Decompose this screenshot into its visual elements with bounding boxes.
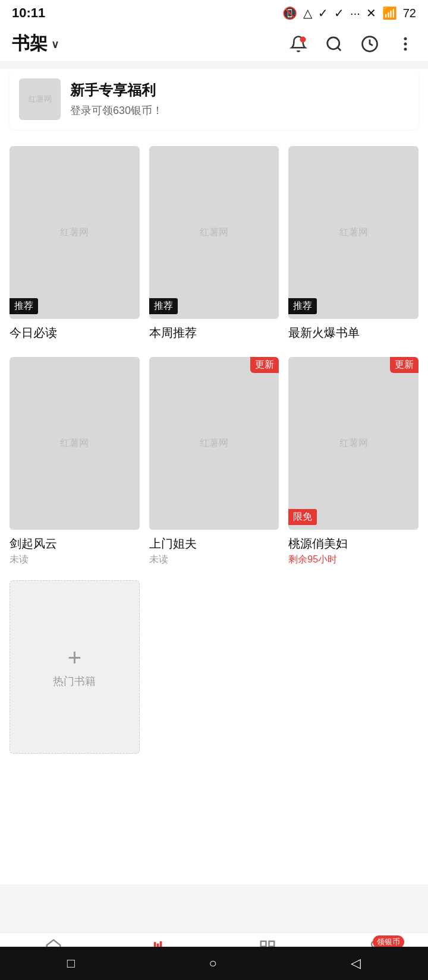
status-right: 📵 △ ✓ ✓ ··· ✕ 📶 72	[282, 6, 416, 20]
main-content: 红薯网 新手专享福利 登录可领630银币！ 红薯网 推荐 今日必读	[0, 69, 428, 884]
book-title-0: 今日必读	[10, 325, 140, 340]
system-nav-bar: □ ○ ◁	[0, 947, 428, 980]
book-grid: 红薯网 推荐 今日必读 红薯网 推荐 本周推荐 红薯网	[0, 137, 428, 783]
search-icon	[325, 35, 343, 53]
watermark-5: 红薯网	[339, 437, 368, 450]
banner-watermark: 红薯网	[29, 94, 52, 105]
sys-square-btn[interactable]: □	[67, 956, 75, 971]
book-cover-taoyuan: 红薯网 更新 限免	[288, 357, 418, 530]
history-button[interactable]	[359, 33, 380, 55]
book-status-4: 未读	[149, 554, 279, 566]
banner-title: 新手专享福利	[70, 81, 163, 100]
banner-text: 新手专享福利 登录可领630银币！	[70, 81, 163, 118]
top-nav: 书架 ∨	[0, 26, 428, 62]
book-status-3: 未读	[10, 554, 140, 566]
sys-back-btn[interactable]: ◁	[351, 956, 361, 971]
watermark-4: 红薯网	[200, 437, 228, 450]
nav-chevron-icon: ∨	[51, 38, 59, 51]
book-title-2: 最新火爆书单	[288, 325, 418, 340]
banner-subtitle: 登录可领630银币！	[70, 103, 163, 118]
add-book-cover: + 热门书籍	[10, 580, 140, 754]
svg-rect-10	[261, 941, 266, 947]
book-cover-sword: 红薯网	[10, 357, 140, 530]
recommend-badge-1: 推荐	[149, 298, 178, 314]
battery-level: 72	[403, 7, 416, 20]
book-title-3: 剑起风云	[10, 536, 140, 551]
more-icon: ···	[350, 7, 360, 20]
banner-image: 红薯网	[19, 78, 61, 120]
update-badge-1: 更新	[250, 357, 279, 373]
watermark-2: 红薯网	[339, 226, 368, 239]
history-icon	[361, 35, 379, 53]
book-title-5: 桃源俏美妇	[288, 536, 418, 551]
update-badge-2: 更新	[390, 357, 418, 373]
free-badge-2: 限免	[288, 509, 317, 525]
notification-button[interactable]	[288, 33, 309, 55]
nav-icons-area	[288, 33, 416, 55]
svg-point-1	[328, 37, 339, 49]
recommend-badge-2: 推荐	[288, 298, 317, 314]
book-item-today[interactable]: 红薯网 推荐 今日必读	[10, 146, 140, 343]
more-button[interactable]	[395, 33, 416, 55]
status-bar: 10:11 📵 △ ✓ ✓ ··· ✕ 📶 72	[0, 0, 428, 26]
search-button[interactable]	[323, 33, 345, 55]
check-icon2: ✓	[334, 6, 344, 20]
book-title-1: 本周推荐	[149, 325, 279, 340]
signal-icon: 📵	[282, 6, 297, 20]
svg-point-5	[404, 42, 407, 45]
book-item-weekly[interactable]: 红薯网 推荐 本周推荐	[149, 146, 279, 343]
watermark-3: 红薯网	[60, 437, 89, 450]
plus-icon: +	[68, 646, 81, 669]
svg-point-6	[404, 48, 407, 50]
recommend-row: 红薯网 推荐 今日必读 红薯网 推荐 本周推荐 红薯网	[10, 146, 418, 343]
check-icon: ✓	[318, 6, 328, 20]
sim-icon: ✕	[366, 6, 376, 20]
watermark-0: 红薯网	[60, 226, 89, 239]
status-time: 10:11	[12, 5, 45, 21]
add-book-label: 热门书籍	[53, 674, 96, 688]
wifi-icon: 📶	[382, 6, 397, 20]
book-cover-today: 红薯网 推荐	[10, 146, 140, 319]
book-cover-sonin-law: 红薯网 更新	[149, 357, 279, 530]
add-row: + 热门书籍	[10, 580, 418, 760]
book-item-hot[interactable]: 红薯网 推荐 最新火爆书单	[288, 146, 418, 343]
bell-icon	[289, 35, 307, 53]
nav-title-area[interactable]: 书架 ∨	[12, 31, 59, 56]
watermark-1: 红薯网	[200, 226, 228, 239]
more-vert-icon	[396, 35, 414, 53]
recommend-badge-0: 推荐	[10, 298, 38, 314]
svg-point-0	[300, 36, 306, 42]
book-cover-weekly: 红薯网 推荐	[149, 146, 279, 319]
svg-point-4	[404, 37, 407, 40]
sys-circle-btn[interactable]: ○	[209, 956, 217, 971]
svg-rect-11	[269, 941, 275, 947]
my-books-row: 红薯网 剑起风云 未读 红薯网 更新 上门姐夫 未读	[10, 357, 418, 566]
book-item-sonin-law[interactable]: 红薯网 更新 上门姐夫 未读	[149, 357, 279, 566]
svg-line-2	[338, 47, 341, 50]
book-item-sword[interactable]: 红薯网 剑起风云 未读	[10, 357, 140, 566]
nav-title-text: 书架	[12, 31, 48, 56]
book-title-4: 上门姐夫	[149, 536, 279, 551]
book-item-taoyuan[interactable]: 红薯网 更新 限免 桃源俏美妇 剩余95小时	[288, 357, 418, 566]
cloud-icon: △	[303, 6, 312, 20]
promo-banner[interactable]: 红薯网 新手专享福利 登录可领630银币！	[10, 69, 418, 129]
book-cover-hot: 红薯网 推荐	[288, 146, 418, 319]
book-status-5: 剩余95小时	[288, 554, 418, 566]
add-book-button[interactable]: + 热门书籍	[10, 580, 140, 760]
